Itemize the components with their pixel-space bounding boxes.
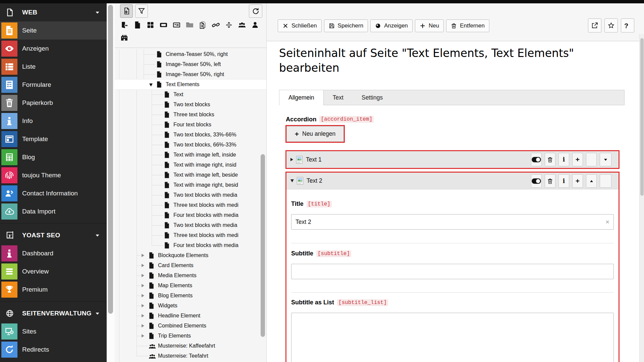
tree-node[interactable]: Media Elements <box>115 270 266 281</box>
tree-expander[interactable] <box>142 254 144 257</box>
sidebar-scrollbar-thumb[interactable] <box>108 5 113 314</box>
new-record-button[interactable]: + <box>572 153 583 166</box>
hide-toggle-button[interactable] <box>531 153 542 166</box>
spacer-icon[interactable] <box>225 21 233 29</box>
record-header[interactable]: Text 1 i + <box>286 151 619 168</box>
record-expander-icon[interactable] <box>290 179 294 182</box>
delete-button[interactable]: Entfernen <box>446 19 489 32</box>
tree-node[interactable]: Two text blocks with media <box>115 190 266 200</box>
record-expander-icon[interactable] <box>290 158 293 161</box>
sidebar-item[interactable]: Formulare <box>0 76 107 94</box>
filter-button[interactable] <box>135 4 148 18</box>
user-icon[interactable] <box>251 21 259 29</box>
chevron-down-icon[interactable] <box>95 233 100 238</box>
tree-expander[interactable] <box>142 304 144 307</box>
move-down-disabled-slot[interactable] <box>600 174 611 188</box>
page-doc-icon[interactable] <box>133 21 142 29</box>
tab[interactable]: Settings <box>353 90 392 105</box>
move-up-disabled-slot[interactable] <box>586 153 597 166</box>
sidebar-item[interactable]: Data Import <box>0 202 107 221</box>
link-icon[interactable] <box>212 21 220 29</box>
layout-grid-icon[interactable] <box>146 21 155 29</box>
tree-node[interactable]: Two text blocks, 33%-66% <box>115 130 266 140</box>
new-record-button[interactable]: + <box>572 174 583 188</box>
tree-node[interactable]: Three text blocks <box>115 110 266 120</box>
content-scrollbar[interactable] <box>639 34 644 362</box>
tree-node[interactable]: Blockquote Elements <box>115 250 266 260</box>
view-button[interactable]: Anzeigen <box>370 19 413 32</box>
tree-expander[interactable] <box>142 334 144 338</box>
subtitle-input[interactable] <box>291 264 613 279</box>
tree-node[interactable]: Image-Teaser 50%, left <box>115 59 266 69</box>
sidebar-item[interactable]: Blog <box>0 148 107 166</box>
info-button[interactable]: i <box>558 174 569 188</box>
tree-node[interactable]: Widgets <box>115 301 266 311</box>
tree-node[interactable]: Musterreise: Kaffeefahrt <box>115 341 266 351</box>
tree-node[interactable]: Trip Elements <box>115 331 266 341</box>
sidebar-item[interactable]: Papierkorb <box>0 94 107 112</box>
card-icon[interactable] <box>172 21 181 29</box>
delete-record-button[interactable] <box>545 174 555 188</box>
tree-node[interactable]: Text with image right, besid <box>115 180 266 190</box>
sidebar-item[interactable]: Sites <box>0 322 107 341</box>
chevron-down-icon[interactable] <box>95 311 100 316</box>
delete-record-button[interactable] <box>545 153 555 166</box>
tree-node[interactable]: Blog Elements <box>115 291 266 301</box>
tree-expander[interactable] <box>142 264 144 267</box>
subtitle-list-textarea[interactable] <box>291 313 613 362</box>
new-page-button[interactable] <box>120 4 133 18</box>
open-in-new-window-button[interactable] <box>588 18 601 33</box>
sidebar-item[interactable]: Contact Information <box>0 184 107 202</box>
tree-node[interactable]: Three text blocks with medi <box>115 200 266 210</box>
tab[interactable]: Text <box>324 90 353 105</box>
sidebar-item[interactable]: toujou Theme <box>0 166 107 184</box>
folder-icon[interactable] <box>185 21 194 29</box>
tree-node[interactable]: Headline Element <box>115 311 266 321</box>
sidebar-section-header[interactable]: WEB <box>0 3 107 21</box>
tree-node[interactable]: Four text blocks with media <box>115 240 266 250</box>
hide-toggle-button[interactable] <box>531 174 542 188</box>
chevron-down-icon[interactable] <box>95 10 100 15</box>
sidebar-item[interactable]: Dashboard <box>0 244 107 262</box>
tree-expander[interactable] <box>142 324 144 327</box>
move-up-button[interactable] <box>586 174 597 188</box>
tree-node[interactable]: Card Elements <box>115 260 266 270</box>
tree-node[interactable]: Text with image right, insid <box>115 160 266 170</box>
tree-node[interactable]: Four text blocks with media <box>115 210 266 220</box>
tree-expander[interactable] <box>142 314 144 317</box>
tree-node[interactable]: Cinema-Teaser 50%, right <box>115 49 266 59</box>
shortcut-page-icon[interactable] <box>199 21 207 29</box>
new-button[interactable]: Neu <box>415 19 444 32</box>
banner-icon[interactable] <box>159 21 168 29</box>
sidebar-item[interactable]: Overview <box>0 262 107 281</box>
tree-expander[interactable] <box>142 294 144 297</box>
tree-expander[interactable] <box>142 274 144 277</box>
tree-node[interactable]: Four text blocks <box>115 120 266 130</box>
sidebar-item[interactable]: Premium <box>0 281 107 299</box>
sidebar-section-header[interactable]: y YOAST SEO <box>0 226 107 244</box>
info-button[interactable]: i <box>558 153 569 166</box>
mountpoint-door-icon[interactable] <box>120 21 128 29</box>
tree-node[interactable]: Two text blocks <box>115 100 266 110</box>
sidebar-item[interactable]: Seite <box>0 21 107 40</box>
title-input[interactable] <box>291 215 613 229</box>
sidebar-item[interactable]: Liste <box>0 58 107 76</box>
tree-scrollbar-thumb[interactable] <box>261 154 265 337</box>
close-button[interactable]: Schließen <box>278 19 322 32</box>
help-button[interactable]: ? <box>621 18 634 33</box>
organization-icon[interactable] <box>120 33 128 42</box>
tree-node[interactable]: Text <box>115 89 266 100</box>
record-header[interactable]: Text 2 i + <box>286 173 619 189</box>
sidebar-item[interactable]: Template <box>0 130 107 148</box>
tree-node[interactable]: Three text blocks with medi <box>115 230 266 240</box>
clear-input-icon[interactable]: × <box>605 218 609 226</box>
tree-node[interactable]: Text Elements <box>115 79 266 89</box>
create-new-button[interactable]: + Neu anlegen <box>286 126 344 142</box>
tree-node[interactable]: Map Elements <box>115 281 266 291</box>
tree-expander[interactable] <box>142 284 144 287</box>
usergroup-icon[interactable] <box>238 21 246 29</box>
tree-node[interactable]: Two text blocks, 66%-33% <box>115 140 266 150</box>
tab[interactable]: Allgemein <box>279 90 324 105</box>
save-button[interactable]: Speichern <box>324 19 368 32</box>
bookmark-button[interactable] <box>604 18 618 33</box>
